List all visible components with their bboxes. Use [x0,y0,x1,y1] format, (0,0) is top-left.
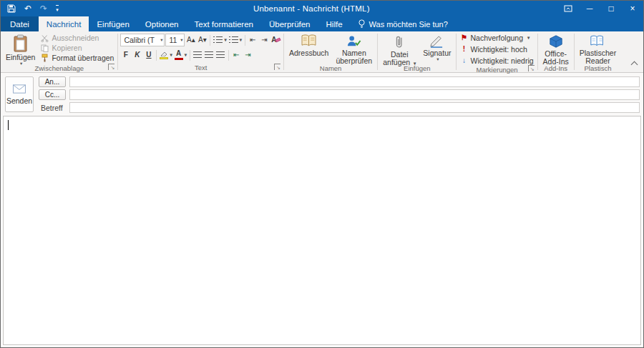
addins-group-label: Add-Ins [544,64,567,72]
cc-button[interactable]: Cc... [39,89,66,100]
redo-icon[interactable]: ↷ [40,4,47,13]
quick-access-toolbar: ↶ ↷ ▾ [1,4,66,13]
address-book-icon [301,34,317,48]
paste-clipboard-icon [13,34,28,52]
format-painter-brush-icon [41,54,49,62]
address-book-button[interactable]: Adressbuch [286,33,331,64]
send-button[interactable]: Senden [5,76,34,112]
subject-label: Betreff [39,104,66,112]
names-group-label: Namen [320,64,342,72]
divider [210,35,210,46]
ribbon-group-include: Datei anfügen ▾ Signatur ▾ Einfügen [378,31,456,72]
divider [156,50,157,61]
tab-einfuegen[interactable]: Einfügen [89,16,137,31]
text-highlight-color-icon[interactable]: ▾ [159,49,172,61]
increase-indent-icon[interactable]: ⇥ [259,34,270,46]
ribbon-display-options-icon[interactable] [557,1,579,16]
office-addins-button[interactable]: Office- Add-Ins [540,33,572,64]
outdent-icon[interactable]: ⇤ [231,49,242,61]
save-icon[interactable] [7,4,16,13]
font-name-select[interactable]: Calibri (T ▾ [120,34,165,46]
tab-nachricht[interactable]: Nachricht [39,16,89,31]
underline-icon[interactable]: U [143,49,154,61]
dialog-launcher-icon[interactable]: ↘ [274,64,280,70]
low-importance-button[interactable]: ↓ Wichtigkeit: niedrig [459,56,535,66]
font-size-value: 11 [169,36,177,44]
high-importance-label: Wichtigkeit: hoch [470,45,527,54]
minimize-icon[interactable]: ─ [579,1,600,16]
shrink-font-icon[interactable]: A▾ [197,34,208,46]
to-row: An... [39,76,640,87]
ribbon-tab-bar: Datei Nachricht Einfügen Optionen Text f… [1,16,643,31]
high-importance-button[interactable]: ! Wichtigkeit: hoch [459,44,535,54]
address-fields: An... Cc... Betreff [39,76,640,113]
chevron-down-icon: ▾ [527,36,530,41]
attach-file-button[interactable]: Datei anfügen ▾ [380,33,419,64]
signature-button[interactable]: Signatur ▾ [420,33,454,64]
check-names-icon [346,34,362,48]
tab-text-formatieren[interactable]: Text formatieren [187,16,261,31]
indent-icon[interactable]: ⇥ [243,49,253,61]
tab-optionen[interactable]: Optionen [137,16,187,31]
collapse-ribbon-icon[interactable] [631,61,638,69]
ribbon-group-text: Calibri (T ▾ 11 ▾ A▴ A▾ ▾ ▾ ⇤ ⇥ A [118,31,283,72]
cut-label: Ausschneiden [52,34,99,42]
font-size-select[interactable]: 11 ▾ [165,34,185,46]
address-book-label: Adressbuch [289,49,328,57]
format-painter-label: Format übertragen [52,54,114,62]
italic-icon[interactable]: K [132,49,142,61]
dialog-launcher-icon[interactable]: ↘ [528,65,535,71]
bullet-list-icon[interactable]: ▾ [213,34,227,46]
titlebar: ↶ ↷ ▾ Unbenannt - Nachricht (HTML) ─ □ × [1,1,643,16]
message-body[interactable] [3,116,641,345]
tell-me-label: Was möchten Sie tun? [369,20,448,29]
decrease-indent-icon[interactable]: ⇤ [248,34,258,46]
grow-font-icon[interactable]: A▴ [185,34,196,46]
tags-group-label: Markierungen [476,66,517,74]
immersive-reader-button[interactable]: Plastischer Reader [577,33,619,64]
window-controls: ─ □ × [557,1,643,16]
bold-icon[interactable]: F [120,49,131,61]
addins-cube-icon [548,34,564,49]
immersive-reader-icon [590,34,605,48]
subject-input[interactable] [69,102,640,113]
lightbulb-icon [358,19,366,29]
low-importance-icon: ↓ [460,57,467,64]
tell-me-search[interactable]: Was möchten Sie tun? [351,16,455,31]
copy-button[interactable]: Kopieren [39,43,115,53]
font-name-value: Calibri (T [124,36,155,44]
check-names-button[interactable]: Namen überprüfen [333,33,375,64]
cc-input[interactable] [69,89,640,100]
tab-datei[interactable]: Datei [1,16,39,31]
follow-up-button[interactable]: ⚑ Nachverfolgung ▾ [459,33,535,43]
tab-ueberpruefen[interactable]: Überprüfen [261,16,318,31]
close-icon[interactable]: × [622,1,643,16]
clear-formatting-icon[interactable]: A [270,34,281,46]
tab-hilfe[interactable]: Hilfe [318,16,351,31]
include-group-label: Einfügen [404,64,431,72]
compose-header: Senden An... Cc... Betreff [1,73,643,116]
send-label: Senden [6,96,32,105]
format-painter-button[interactable]: Format übertragen [39,53,115,63]
chevron-down-icon: ▾ [160,38,162,43]
outlook-compose-window: ↶ ↷ ▾ Unbenannt - Nachricht (HTML) ─ □ ×… [0,0,644,348]
to-button[interactable]: An... [39,76,66,87]
cut-button[interactable]: Ausschneiden [39,33,115,43]
font-color-icon[interactable]: A ▾ [174,49,187,61]
maximize-icon[interactable]: □ [600,1,622,16]
align-left-icon[interactable] [192,49,203,61]
paperclip-icon [395,34,404,49]
customize-quick-access-icon[interactable]: ▾ [56,5,59,13]
to-input[interactable] [69,76,640,87]
paste-button[interactable]: Einfügen ▾ [3,33,38,64]
numbered-list-icon[interactable]: ▾ [228,34,243,46]
align-right-icon[interactable] [215,49,226,61]
align-center-icon[interactable] [204,49,215,61]
follow-up-label: Nachverfolgung [470,34,523,42]
text-group-label: Text [195,64,207,71]
undo-icon[interactable]: ↶ [24,4,31,13]
dialog-launcher-icon[interactable]: ↘ [108,64,114,70]
divider [245,35,245,46]
signature-pen-icon [429,34,444,48]
subject-row: Betreff [39,102,640,113]
